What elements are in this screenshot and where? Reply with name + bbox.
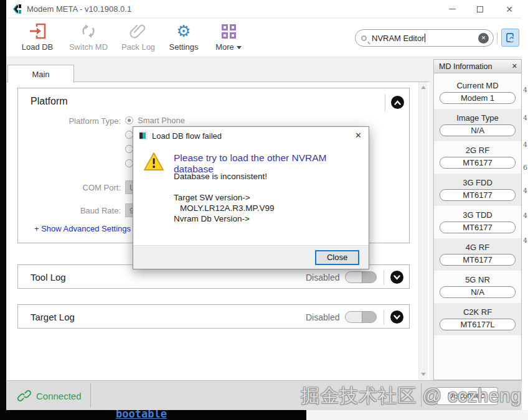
nvram-editor-icon: [505, 32, 516, 43]
dialog-icon: [139, 131, 148, 140]
dialog-close-icon[interactable]: ✕: [355, 131, 362, 140]
bg-line-number: 4: [523, 86, 528, 94]
md-item-3g-tdd: 3G TDD MT6177: [434, 206, 521, 238]
chevron-down-icon: [394, 315, 400, 320]
search-value: NVRAM Editor: [372, 34, 425, 43]
connected-label: Connected: [36, 391, 82, 401]
close-icon: ✕: [506, 4, 513, 14]
settings-button[interactable]: ⚙ Settings: [164, 22, 204, 55]
window-title: Modem META - v10.1908.0.1: [27, 4, 131, 14]
md-value: N/A: [440, 124, 516, 136]
load-db-icon: [17, 22, 57, 40]
statusbar-separator: [90, 383, 91, 407]
md-value: MT6177: [440, 222, 516, 233]
background-window-right: [522, 0, 528, 420]
link-icon: [17, 389, 31, 403]
bg-line-number: 4: [523, 141, 528, 149]
tab-main[interactable]: Main: [7, 65, 74, 83]
md-value: MT6177L: [440, 319, 516, 330]
md-item-3g-fdd: 3G FDD MT6177: [434, 174, 521, 206]
radio-selected-icon: [125, 116, 133, 124]
statusbar-separator: [421, 383, 422, 407]
separator: [384, 310, 384, 325]
modem-meta-window: Modem META - v10.1908.0.1 ✕ Load DB: [6, 0, 522, 410]
md-panel-title: MD Information: [439, 62, 492, 71]
platform-title: Platform: [31, 96, 68, 107]
chevron-down-icon: [394, 275, 400, 280]
target-log-title: Target Log: [31, 312, 75, 322]
md-item-c2k-rf: C2K RF MT6177L: [434, 303, 521, 335]
bg-line-number: 4: [523, 114, 528, 122]
platform-type-label: Platform Type:: [52, 116, 121, 126]
md-panel-header: MD Information ✕: [434, 60, 521, 73]
show-advanced-settings-link[interactable]: + Show Advanced Settings: [34, 224, 131, 233]
dialog-line: Target SW version->: [174, 193, 250, 202]
text-caret: [425, 34, 425, 42]
dialog-close-button[interactable]: Close: [315, 250, 359, 265]
target-log-status: Disabled: [306, 312, 339, 322]
toggle-thumb: [346, 312, 362, 322]
md-item-2g-rf: 2G RF MT6177: [434, 141, 521, 174]
disconnect-button[interactable]: Disconnect: [436, 387, 498, 405]
md-panel-close-icon[interactable]: ✕: [512, 62, 517, 70]
scroll-down-icon[interactable]: [421, 373, 426, 376]
search-clear-button[interactable]: ✕: [478, 33, 489, 44]
more-dropdown-icon: [237, 46, 242, 49]
md-item-current-md: Current MD Modem 1: [434, 77, 521, 109]
dialog-footer: Close: [133, 245, 369, 269]
tool-log-toggle[interactable]: [345, 271, 377, 283]
switch-md-button[interactable]: Switch MD: [65, 22, 111, 55]
bg-line-number: 4: [523, 212, 528, 220]
tool-log-status: Disabled: [306, 273, 339, 282]
tool-log-title: Tool Log: [31, 272, 66, 282]
expand-tool-log-button[interactable]: [390, 271, 403, 284]
md-value: Modem 1: [440, 92, 516, 104]
load-db-failed-dialog: Load DB flow failed ✕ Please try to load…: [133, 126, 369, 269]
md-value: MT6177: [440, 254, 516, 266]
dialog-titlebar[interactable]: Load DB flow failed ✕: [133, 127, 369, 144]
warning-icon: [143, 152, 164, 171]
pack-log-button[interactable]: Pack Log: [118, 22, 158, 55]
md-value: MT6177: [440, 189, 516, 201]
expand-target-log-button[interactable]: [390, 310, 403, 324]
load-db-button[interactable]: Load DB: [17, 22, 57, 55]
maximize-button[interactable]: [466, 0, 494, 18]
connection-status: Connected: [17, 389, 82, 403]
md-value: MT6177: [440, 157, 516, 169]
separator: [385, 94, 385, 111]
collapse-platform-button[interactable]: [391, 96, 404, 109]
toggle-thumb: [346, 272, 362, 282]
bg-line-number: 4: [523, 236, 528, 245]
search-icon: [361, 35, 367, 41]
toolbar: Load DB Switch MD Pack Log ⚙: [6, 19, 522, 57]
radio-smart-phone[interactable]: Smart Phone: [125, 116, 185, 125]
dialog-line: Nvram Db Version->: [174, 214, 250, 223]
dialog-title: Load DB flow failed: [152, 131, 222, 141]
more-grid-icon: [222, 24, 236, 39]
bg-line-number: 6: [523, 164, 528, 172]
dialog-line: MOLY.LR12A.R3.MP.V99: [180, 203, 275, 213]
com-port-label: COM Port:: [52, 183, 121, 192]
search-input[interactable]: NVRAM Editor ✕: [355, 29, 494, 47]
chevron-up-icon: [394, 100, 401, 105]
close-button[interactable]: ✕: [496, 0, 523, 18]
minimize-icon: [449, 9, 456, 9]
md-item-4g-rf: 4G RF MT6177: [434, 238, 521, 271]
app-logo-icon: [12, 4, 22, 14]
scroll-up-icon[interactable]: [421, 86, 426, 89]
md-value: N/A: [440, 286, 516, 298]
minimize-button[interactable]: [438, 0, 466, 18]
vertical-scrollbar[interactable]: [418, 82, 428, 380]
nvram-editor-launch-button[interactable]: [501, 29, 519, 47]
titlebar[interactable]: Modem META - v10.1908.0.1 ✕: [6, 0, 522, 18]
md-item-image-type: Image Type N/A: [434, 109, 521, 141]
bg-line-number: 4: [523, 187, 528, 195]
target-log-toggle[interactable]: [345, 311, 377, 323]
md-item-5g-nr: 5G NR N/A: [434, 271, 521, 303]
settings-gear-icon: ⚙: [176, 23, 191, 39]
switch-md-icon: [65, 22, 111, 40]
md-information-panel: MD Information ✕ Current MD Modem 1 Imag…: [433, 59, 522, 380]
statusbar: Connected Disconnect: [6, 380, 522, 410]
more-button[interactable]: More: [210, 22, 247, 55]
target-log-section: Target Log Disabled: [17, 304, 410, 329]
